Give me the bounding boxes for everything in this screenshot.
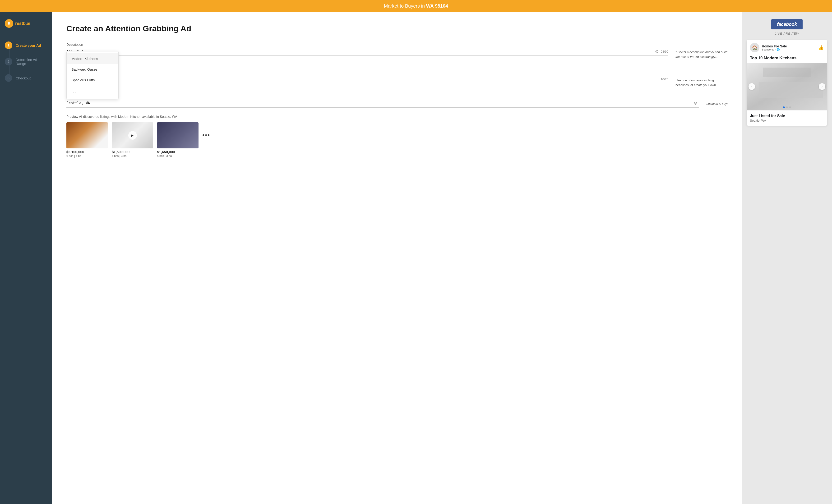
fb-card-footer: Just Listed for Sale Seattle, WA [747,110,827,126]
preview-section: Preview AI-discovered listings with Mode… [67,115,728,158]
location-label: Location [67,94,699,98]
listing-details-2: 4 bds | 3 ba [112,154,153,158]
step-label-2: Determine Ad Range [16,58,47,66]
sidebar-logo: R restb.ai [0,19,52,35]
logo-icon: R [5,19,13,28]
listing-details-3: 5 bds | 3 ba [157,154,199,158]
listing-cards: $2,100,000 6 bds | 4 ba ▶ $1,500,000 4 b… [67,122,728,158]
header-location: WA 98104 [426,3,448,8]
fb-user-info: Homes For Sale Sponsored · 🌐 [762,44,787,51]
main-layout: R restb.ai 1 Create your Ad 2 Determine … [0,12,832,504]
headline-input[interactable]: Just Lis [67,77,660,81]
sidebar-step-3[interactable]: 3 Checkout [0,70,52,86]
description-chevron-icon[interactable]: ⊙ [655,49,659,54]
description-section: Description Top 10 | ⊙ 03/90 Modern Kitc… [67,43,668,56]
dropdown-item-modern-kitchens[interactable]: Modern Kitchens [67,53,118,64]
content-area: Create an Attention Grabbing Ad Descript… [52,12,742,504]
fb-sponsored-label: Sponsored · 🌐 [762,48,787,51]
fb-page-name: Homes For Sale [762,44,787,48]
description-row: Description Top 10 | ⊙ 03/90 Modern Kitc… [67,43,728,59]
listing-card-1[interactable]: $2,100,000 6 bds | 4 ba [67,122,108,158]
listing-image-3 [157,122,199,149]
facebook-badge: facebook [771,19,803,29]
headline-hint: Use one of our eye catching headlines, o… [675,71,728,87]
description-counter: 03/90 [660,50,668,53]
preview-label: Preview AI-discovered listings with Mode… [67,115,728,118]
carousel-dot-3 [789,106,791,108]
location-row: Location Seattle, WA ⊙ Location is key! [67,94,728,108]
headline-input-container[interactable]: Just Lis 10/25 [67,77,668,83]
location-chevron-icon[interactable]: ⊙ [694,101,697,106]
description-dropdown-menu: Modern Kitchens Backyard Oases Spacious … [67,51,119,99]
fb-listing-location: Seattle, WA [750,119,824,122]
logo-text: restb.ai [15,21,30,26]
fb-card-header: 🏠 Homes For Sale Sponsored · 🌐 👍 [747,40,827,55]
dropdown-item-spacious-lofts[interactable]: Spacious Lofts [67,75,118,85]
fb-card-user: 🏠 Homes For Sale Sponsored · 🌐 [750,43,787,52]
description-hint: * Select a description and AI can build … [675,43,728,59]
fb-listing-title: Just Listed for Sale [750,114,824,118]
dropdown-item-backyard-oases[interactable]: Backyard Oases [67,64,118,75]
step-label-3: Checkout [16,76,31,80]
fb-avatar: 🏠 [750,43,759,52]
location-hint: Location is key! [706,94,728,106]
step-num-1: 1 [5,42,12,49]
fb-kitchen-image [747,63,827,110]
listing-card-2[interactable]: ▶ $1,500,000 4 bds | 3 ba [112,122,153,158]
listing-price-2: $1,500,000 [112,150,153,154]
carousel-left-arrow[interactable]: ‹ [749,83,755,90]
fb-image-container: ‹ › [747,63,827,110]
carousel-right-arrow[interactable]: › [819,83,825,90]
header-text: Market to Buyers in [384,3,426,8]
sidebar: R restb.ai 1 Create your Ad 2 Determine … [0,12,52,504]
sidebar-step-2[interactable]: 2 Determine Ad Range [0,53,52,70]
listing-card-3[interactable]: $1,650,000 5 bds | 3 ba [157,122,199,158]
step-num-3: 3 [5,74,12,82]
headline-counter: 10/25 [660,78,668,81]
dropdown-item-more[interactable]: ... [67,85,118,97]
step-label-1: Create your Ad [16,44,41,47]
listing-image-1 [67,122,108,149]
fb-post-title: Top 10 Modern Kitchens [747,55,827,63]
location-input[interactable]: Seattle, WA [67,101,694,105]
listing-image-2: ▶ [112,122,153,149]
listing-price-3: $1,650,000 [157,150,199,154]
location-input-container[interactable]: Seattle, WA ⊙ [67,101,699,108]
listing-more-indicator: ••• [202,122,210,138]
listing-price-1: $2,100,000 [67,150,108,154]
live-preview-label: LIVE PREVIEW [775,32,799,35]
location-section: Location Seattle, WA ⊙ [67,94,699,108]
preview-panel: facebook LIVE PREVIEW 🏠 Homes For Sale S… [742,12,832,504]
fb-like-icon[interactable]: 👍 [818,45,824,51]
listing-details-1: 6 bds | 4 ba [67,154,108,158]
carousel-dots [783,106,791,108]
headline-section: Headline Just Lis 10/25 [67,71,668,83]
description-label: Description [67,43,668,47]
description-input-container[interactable]: Top 10 | ⊙ 03/90 [67,49,668,56]
headline-label: Headline [67,71,668,75]
description-dropdown-container: Top 10 | ⊙ 03/90 Modern Kitchens Backyar… [67,49,668,56]
facebook-card: 🏠 Homes For Sale Sponsored · 🌐 👍 Top 10 … [747,40,827,126]
sidebar-step-1[interactable]: 1 Create your Ad [0,37,52,53]
play-button-icon[interactable]: ▶ [128,131,137,140]
headline-row: Headline Just Lis 10/25 Use one of our e… [67,71,728,87]
step-num-2: 2 [5,58,12,65]
page-title: Create an Attention Grabbing Ad [67,24,728,33]
description-input[interactable]: Top 10 | [67,49,655,54]
carousel-dot-2 [786,106,788,108]
carousel-dot-1 [783,106,785,108]
sidebar-steps: 1 Create your Ad 2 Determine Ad Range 3 … [0,35,52,88]
header-bar: Market to Buyers in WA 98104 [0,0,832,12]
